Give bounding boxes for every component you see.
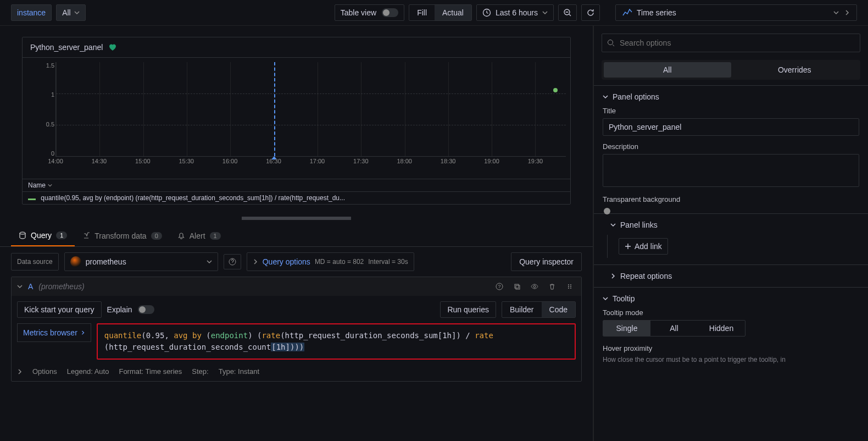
query-code-editor[interactable]: quantile(0.95, avg by (endpoint) (rate(h… — [97, 323, 576, 360]
builder-code-segment: Builder Code — [502, 301, 576, 318]
chart-body[interactable]: 1.5 1 0.5 0 14:0014:3015:0015:3016:0016:… — [23, 58, 570, 179]
chevron-down-icon — [74, 10, 80, 15]
table-view-switch[interactable] — [382, 8, 398, 17]
time-range-picker[interactable]: Last 6 hours — [476, 4, 554, 21]
refresh-button[interactable] — [581, 4, 600, 21]
instance-variable-value[interactable]: All — [56, 4, 86, 21]
table-view-toggle[interactable]: Table view — [335, 4, 404, 21]
section-panel-links: Panel links Add link — [594, 213, 868, 264]
chevron-right-icon[interactable] — [844, 10, 850, 15]
refresh-icon — [586, 8, 595, 17]
transparent-bg-label: Transparent background — [603, 195, 859, 203]
footer-legend: Legend: Auto — [67, 367, 109, 376]
footer-options[interactable]: Options — [32, 367, 57, 376]
clock-icon — [482, 8, 491, 17]
data-source-select[interactable]: prometheus — [64, 252, 218, 271]
query-inspector-button[interactable]: Query inspector — [511, 252, 582, 271]
chevron-down-icon — [603, 94, 608, 100]
query-options-group[interactable]: Query options MD = auto = 802 Interval =… — [247, 252, 414, 271]
legend-series-row[interactable]: quantile(0.95, avg by (endpoint) (rate(h… — [23, 191, 570, 204]
chart-x-labels: 14:0014:3015:0015:3016:0016:3017:0017:30… — [55, 158, 566, 166]
svg-point-15 — [608, 40, 613, 45]
title-field-input[interactable] — [603, 118, 859, 136]
chevron-down-icon — [207, 259, 212, 264]
repeat-options-title: Repeat options — [620, 272, 672, 280]
svg-point-10 — [570, 284, 571, 285]
hover-proximity-label: Hover proximity — [603, 344, 859, 352]
heart-icon[interactable] — [108, 43, 117, 52]
duplicate-query-icon[interactable] — [511, 282, 523, 291]
tab-query[interactable]: Query 1 — [11, 225, 75, 246]
footer-format: Format: Time series — [119, 367, 182, 376]
repeat-options-header[interactable]: Repeat options — [610, 272, 859, 280]
tab-transform[interactable]: Transform data 0 — [75, 225, 170, 246]
horizontal-scrollbar[interactable] — [22, 217, 571, 220]
panel-links-header[interactable]: Panel links — [610, 220, 859, 229]
search-icon — [607, 39, 615, 47]
code-option[interactable]: Code — [542, 302, 575, 317]
explain-label: Explain — [107, 305, 132, 314]
chart-plot[interactable] — [55, 62, 566, 157]
query-options-label: Query options — [263, 257, 310, 266]
add-link-label: Add link — [635, 242, 662, 251]
data-source-help-button[interactable] — [224, 254, 241, 269]
sidebar-tabs: All Overrides — [602, 60, 860, 80]
y-tick: 1 — [51, 91, 54, 98]
svg-point-11 — [568, 286, 569, 287]
chevron-down-icon — [542, 10, 548, 15]
data-source-value: prometheus — [86, 257, 126, 266]
tab-alert-label: Alert — [190, 231, 205, 240]
transform-icon — [82, 232, 90, 240]
delete-query-icon[interactable] — [546, 282, 558, 291]
chevron-right-icon — [610, 273, 616, 279]
fill-option[interactable]: Fill — [409, 5, 435, 20]
chevron-down-icon — [603, 296, 608, 301]
metrics-browser-button[interactable]: Metrics browser — [17, 323, 91, 342]
sidebar-tab-overrides[interactable]: Overrides — [731, 62, 859, 78]
tooltip-header[interactable]: Tooltip — [603, 294, 859, 303]
chevron-right-icon[interactable] — [17, 369, 23, 374]
run-queries-button[interactable]: Run queries — [440, 301, 496, 318]
svg-point-12 — [570, 286, 571, 287]
tooltip-mode-hidden[interactable]: Hidden — [698, 321, 745, 336]
title-field-label: Title — [603, 107, 859, 115]
chevron-down-icon — [610, 222, 616, 228]
actual-option[interactable]: Actual — [435, 5, 471, 20]
tab-query-label: Query — [31, 231, 52, 240]
tooltip-mode-segment: Single All Hidden — [603, 320, 745, 337]
add-link-button[interactable]: Add link — [619, 238, 668, 255]
tooltip-mode-single[interactable]: Single — [603, 321, 650, 336]
sidebar-tab-all[interactable]: All — [604, 62, 731, 78]
toggle-visibility-icon[interactable] — [528, 282, 541, 291]
explain-toggle[interactable] — [138, 305, 154, 314]
builder-option[interactable]: Builder — [502, 302, 542, 317]
query-row-header[interactable]: A (prometheus) ? — [12, 277, 581, 296]
legend-header-text[interactable]: Name — [28, 181, 46, 189]
query-footer: Options Legend: Auto Format: Time series… — [17, 365, 576, 376]
panel-title: Python_server_panel — [30, 43, 103, 52]
footer-type: Type: Instant — [219, 367, 259, 376]
panel-options-header[interactable]: Panel options — [603, 92, 859, 101]
svg-point-2 — [20, 232, 25, 234]
visualization-picker[interactable]: Time series — [615, 4, 857, 21]
time-range-text: Last 6 hours — [496, 8, 538, 17]
database-icon — [19, 231, 26, 239]
search-options-input[interactable] — [602, 34, 860, 52]
tooltip-mode-all[interactable]: All — [650, 321, 698, 336]
svg-point-8 — [533, 285, 536, 288]
description-field-label: Description — [603, 142, 859, 151]
instance-value-text: All — [62, 8, 71, 17]
zoom-out-button[interactable] — [558, 4, 577, 21]
table-view-label: Table view — [341, 8, 376, 17]
query-help-icon[interactable]: ? — [493, 282, 505, 291]
kick-start-button[interactable]: Kick start your query — [17, 301, 102, 318]
chevron-down-icon — [833, 10, 839, 15]
description-field-input[interactable] — [603, 154, 859, 187]
tab-alert[interactable]: Alert 1 — [170, 225, 229, 246]
chevron-right-icon — [81, 330, 85, 335]
options-sidebar: All Overrides Panel options Title Descri… — [593, 26, 868, 441]
data-source-label: Data source — [11, 253, 59, 271]
drag-handle-icon[interactable] — [564, 282, 576, 291]
tooltip-mode-label: Tooltip mode — [603, 308, 859, 317]
instance-variable-chip[interactable]: instance — [11, 4, 52, 21]
